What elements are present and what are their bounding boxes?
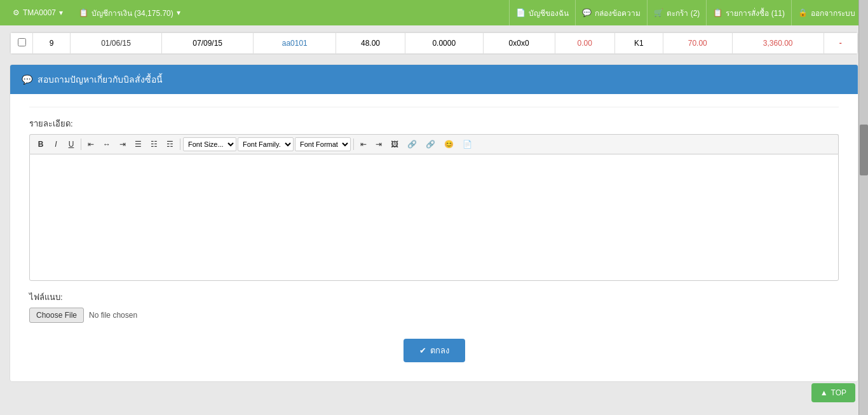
table-section: 9 01/06/15 07/09/15 aa0101 48.00 0.0000 … xyxy=(10,32,858,55)
choose-file-button[interactable]: Choose File xyxy=(29,308,84,323)
toolbar-divider-2 xyxy=(180,139,180,150)
toolbar-divider-3 xyxy=(353,139,354,150)
submit-check-icon: ✔ xyxy=(419,346,426,355)
row-checkbox[interactable] xyxy=(18,38,26,46)
panel-header-icon: 💬 xyxy=(22,74,32,85)
row-date2: 07/09/15 xyxy=(162,33,254,54)
source-button[interactable]: 📄 xyxy=(459,138,476,151)
row-code[interactable]: aa0101 xyxy=(254,33,336,54)
list-ul-button[interactable]: ☷ xyxy=(147,138,161,151)
navbar-balance[interactable]: 📋 บัญชีการเงิน (34,175.70) ▾ xyxy=(72,0,187,25)
font-family-select[interactable]: Font Family. xyxy=(238,137,294,151)
submit-row: ✔ ตกลง xyxy=(29,339,839,362)
navbar: ⚙ TMA0007 ▾ 📋 บัญชีการเงิน (34,175.70) ▾… xyxy=(0,0,868,25)
navbar-left: ⚙ TMA0007 ▾ 📋 บัญชีการเงิน (34,175.70) ▾ xyxy=(6,0,187,25)
invoice-icon: 📄 xyxy=(516,8,526,17)
editor-toolbar: B I U ⇤ ↔ ⇥ ☰ ☷ ☶ Font Size... xyxy=(29,134,839,154)
invoice-label: บัญชีของฉัน xyxy=(529,7,569,19)
align-left-button[interactable]: ⇤ xyxy=(84,138,98,151)
main-content: 9 01/06/15 07/09/15 aa0101 48.00 0.0000 … xyxy=(0,25,868,388)
navbar-right: 📄 บัญชีของฉัน 💬 กล่องข้อความ 🛒 ตะกร้า (2… xyxy=(509,0,862,25)
file-chosen-text: No file chosen xyxy=(89,311,137,320)
align-right2-button[interactable]: ⇥ xyxy=(372,138,386,151)
file-label: ไฟล์แนบ: xyxy=(29,290,839,304)
smiley-button[interactable]: 😊 xyxy=(440,138,458,151)
balance-label: บัญชีการเงิน (34,175.70) xyxy=(92,7,173,19)
row-val3: 0x0x0 xyxy=(483,33,555,54)
panel-body: รายละเอียด: B I U ⇤ ↔ ⇥ ☰ ☷ ☶ xyxy=(10,94,858,381)
balance-icon: 📋 xyxy=(79,8,88,17)
toolbar-divider-1 xyxy=(81,139,81,150)
row-val4: 0.00 xyxy=(555,33,614,54)
row-num: 9 xyxy=(33,33,71,54)
unlink-button[interactable]: 🔗 xyxy=(422,138,439,151)
cart-label: ตะกร้า (2) xyxy=(667,7,700,19)
navbar-account[interactable]: ⚙ TMA0007 ▾ xyxy=(6,0,69,25)
font-format-select[interactable]: Font Format xyxy=(295,137,351,151)
navbar-orders[interactable]: 📋 รายการสั่งซื้อ (11) xyxy=(706,0,791,25)
row-val5: K1 xyxy=(614,33,663,54)
underline-button[interactable]: U xyxy=(64,138,78,151)
row-checkbox-cell xyxy=(11,33,33,54)
file-input-row: Choose File No file chosen xyxy=(29,308,839,323)
link-button[interactable]: 🔗 xyxy=(403,138,421,151)
navbar-cart[interactable]: 🛒 ตะกร้า (2) xyxy=(647,0,706,25)
top-button[interactable]: ▲ TOP xyxy=(811,383,855,402)
top-label: TOP xyxy=(831,388,846,397)
divider xyxy=(29,107,839,107)
align-justify-button[interactable]: ☰ xyxy=(131,138,146,151)
row-val7: 3,360.00 xyxy=(732,33,824,54)
navbar-logout[interactable]: 🔒 ออกจากระบบ xyxy=(791,0,862,25)
submit-label: ตกลง xyxy=(430,344,449,357)
dropdown-icon: ▾ xyxy=(59,8,63,17)
gear-icon: ⚙ xyxy=(13,8,20,17)
list-ol-button[interactable]: ☶ xyxy=(163,138,177,151)
scrollbar-thumb[interactable] xyxy=(860,125,868,175)
logout-label: ออกจากระบบ xyxy=(811,7,855,19)
table-row: 9 01/06/15 07/09/15 aa0101 48.00 0.0000 … xyxy=(11,33,858,54)
align-center-button[interactable]: ↔ xyxy=(99,138,114,151)
row-val8: - xyxy=(824,33,857,54)
editor-area[interactable] xyxy=(29,154,839,281)
data-table: 9 01/06/15 07/09/15 aa0101 48.00 0.0000 … xyxy=(10,32,858,54)
cart-icon: 🛒 xyxy=(654,8,663,17)
messages-label: กล่องข้อความ xyxy=(595,7,641,19)
row-date1: 01/06/15 xyxy=(70,33,161,54)
align-left2-button[interactable]: ⇤ xyxy=(356,138,370,151)
panel-header: 💬 สอบถามปัญหาเกี่ยวกับบิลสั่งซื้อนี้ xyxy=(10,65,858,94)
messages-icon: 💬 xyxy=(582,8,592,17)
row-val2: 0.0000 xyxy=(405,33,483,54)
bold-button[interactable]: B xyxy=(34,138,48,151)
logout-icon: 🔒 xyxy=(798,8,808,17)
align-right-button[interactable]: ⇥ xyxy=(116,138,130,151)
italic-button[interactable]: I xyxy=(49,138,63,151)
navbar-invoice[interactable]: 📄 บัญชีของฉัน xyxy=(509,0,575,25)
scrollbar[interactable] xyxy=(858,0,868,415)
row-val6: 70.00 xyxy=(663,33,732,54)
file-section: ไฟล์แนบ: Choose File No file chosen xyxy=(29,290,839,323)
top-arrow-icon: ▲ xyxy=(820,388,828,397)
question-panel: 💬 สอบถามปัญหาเกี่ยวกับบิลสั่งซื้อนี้ ราย… xyxy=(10,64,858,382)
navbar-messages[interactable]: 💬 กล่องข้อความ xyxy=(575,0,647,25)
detail-label: รายละเอียด: xyxy=(29,117,839,130)
image-button[interactable]: 🖼 xyxy=(387,138,402,151)
orders-label: รายการสั่งซื้อ (11) xyxy=(726,7,785,19)
font-size-select[interactable]: Font Size... xyxy=(183,137,236,151)
row-val1: 48.00 xyxy=(336,33,405,54)
dropdown-icon: ▾ xyxy=(177,8,180,17)
detail-form-group: รายละเอียด: B I U ⇤ ↔ ⇥ ☰ ☷ ☶ xyxy=(29,117,839,281)
panel-header-title: สอบถามปัญหาเกี่ยวกับบิลสั่งซื้อนี้ xyxy=(37,72,163,86)
submit-button[interactable]: ✔ ตกลง xyxy=(403,339,465,362)
account-label: TMA0007 xyxy=(23,8,56,17)
orders-icon: 📋 xyxy=(713,8,722,17)
